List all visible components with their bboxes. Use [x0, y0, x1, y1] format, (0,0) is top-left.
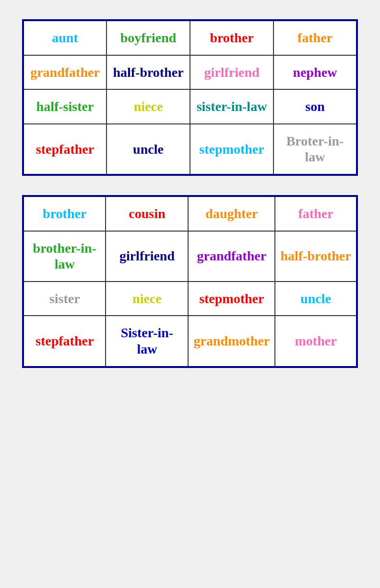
table-cell: half-brother — [275, 231, 357, 282]
table-cell: mother — [275, 316, 357, 367]
table-cell: girlfriend — [106, 231, 188, 282]
table-cell: aunt — [23, 20, 107, 55]
table-cell: uncle — [107, 124, 190, 175]
table-cell: brother-in-law — [23, 231, 106, 282]
table-cell: father — [273, 20, 357, 55]
bingo-table-2: brothercousindaughterfatherbrother-in-la… — [22, 195, 358, 368]
table-cell: grandfather — [23, 55, 107, 90]
table-cell: son — [273, 89, 357, 124]
table-cell: niece — [106, 282, 188, 316]
table-cell: grandmother — [188, 316, 275, 367]
table-cell: niece — [107, 89, 190, 124]
table-cell: stepmother — [188, 282, 275, 316]
table-cell: sister — [23, 282, 106, 316]
table-cell: nephew — [273, 55, 357, 90]
table-cell: boyfriend — [107, 20, 190, 55]
table-cell: stepfather — [23, 316, 106, 367]
table-cell: daughter — [188, 196, 275, 231]
table-cell: brother — [23, 196, 106, 231]
table-cell: half-sister — [23, 89, 107, 124]
table-cell: girlfriend — [190, 55, 273, 90]
table-cell: half-brother — [107, 55, 190, 90]
table-cell: brother — [190, 20, 273, 55]
bingo-table-1: auntboyfriendbrotherfathergrandfatherhal… — [22, 19, 358, 176]
table-cell: father — [275, 196, 357, 231]
table-cell: cousin — [106, 196, 188, 231]
table-cell: stepmother — [190, 124, 273, 175]
table-cell: sister-in-law — [190, 89, 273, 124]
table-cell: grandfather — [188, 231, 275, 282]
table-cell: Broter-in-law — [273, 124, 357, 175]
table-cell: uncle — [275, 282, 357, 316]
table-cell: Sister-in-law — [106, 316, 188, 367]
table-cell: stepfather — [23, 124, 107, 175]
